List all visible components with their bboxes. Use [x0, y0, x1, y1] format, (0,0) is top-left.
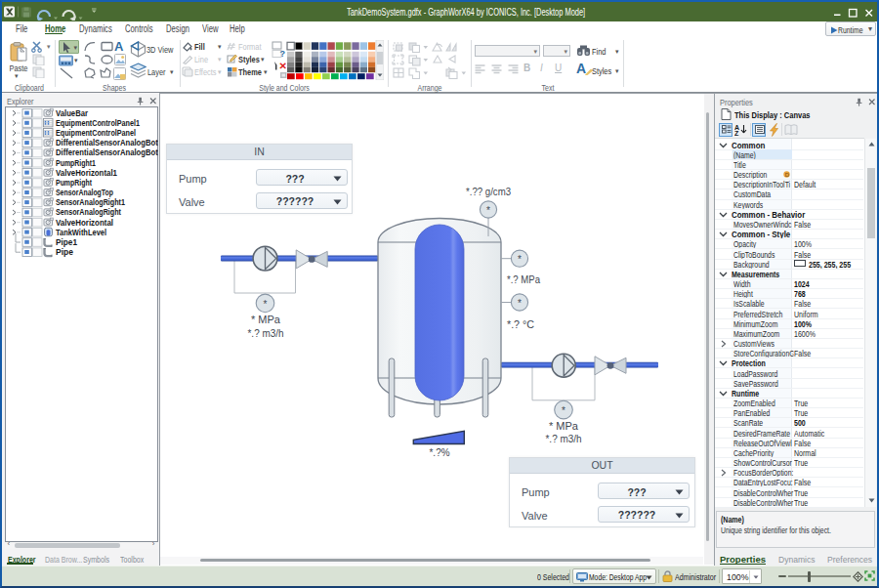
svg-text:*.? °C: *.? °C [507, 318, 534, 330]
svg-text:* MPa: * MPa [251, 314, 281, 325]
svg-text:SensorAnalogRight1: SensorAnalogRight1 [56, 197, 125, 207]
svg-text:DifferentialSensorAnalogBotto: DifferentialSensorAnalogBotto [56, 138, 158, 147]
svg-text:ValveHorizontal1: ValveHorizontal1 [56, 167, 117, 177]
svg-text:*: * [518, 298, 522, 309]
svg-text:EquipmentControlPanel1: EquipmentControlPanel1 [56, 117, 140, 127]
svg-text:*.? m3/h: *.? m3/h [248, 327, 284, 339]
svg-text:*: * [486, 205, 490, 216]
svg-text:*.? m3/h: *.? m3/h [546, 433, 582, 444]
svg-text:*: * [562, 405, 565, 416]
svg-text:TankWithLevel: TankWithLevel [56, 227, 106, 236]
svg-text:* MPa: * MPa [549, 420, 579, 432]
svg-text:✕: ✕ [279, 61, 287, 71]
svg-text:Z: Z [734, 130, 739, 136]
svg-text:SensorAnalogRight: SensorAnalogRight [56, 207, 121, 217]
svg-text:*: * [264, 299, 268, 310]
svg-text:*.?%: *.?% [430, 446, 450, 458]
svg-text:EquipmentControlPanel: EquipmentControlPanel [56, 127, 136, 137]
svg-text:?: ? [280, 49, 286, 59]
svg-text:SensorAnalogTop: SensorAnalogTop [56, 188, 113, 197]
svg-text:Pipe1: Pipe1 [56, 236, 77, 246]
svg-text:*.?? g/cm3: *.?? g/cm3 [466, 186, 511, 197]
svg-text:PumpRight: PumpRight [56, 177, 92, 187]
svg-text:D: D [785, 172, 790, 178]
svg-text:Pipe: Pipe [56, 247, 73, 257]
svg-text:PumpRight1: PumpRight1 [56, 157, 96, 167]
svg-text:*.? MPa: *.? MPa [507, 273, 541, 285]
svg-text:ValueBar: ValueBar [56, 107, 89, 117]
svg-text:DifferentialSensorAnalogBotto: DifferentialSensorAnalogBotto [56, 147, 158, 157]
svg-text:*: * [518, 254, 522, 265]
svg-text:ValveHorizontal: ValveHorizontal [56, 217, 113, 227]
